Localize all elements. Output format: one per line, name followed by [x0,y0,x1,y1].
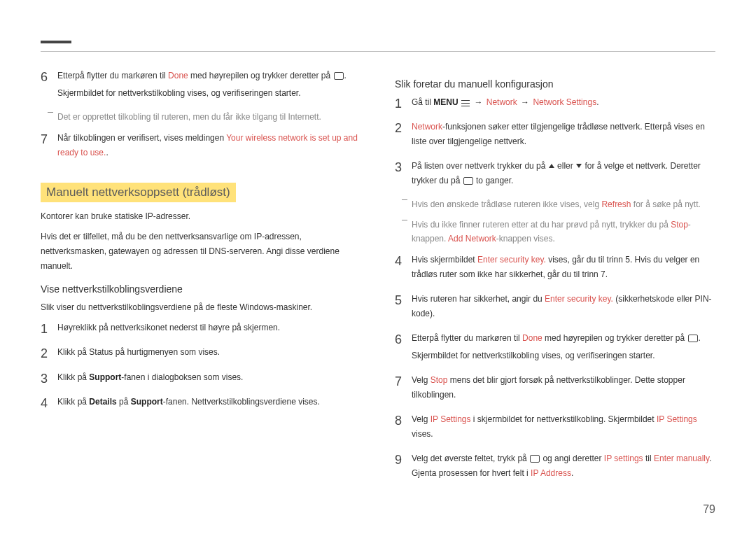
step-number: 6 [395,331,412,366]
numbered-step: 2Network-funksjonen søker etter tilgjeng… [395,120,715,152]
step-line: Velg det øverste feltet, trykk på og ang… [412,451,715,481]
page-content: 6Etterpå flytter du markøren til Done me… [0,0,756,519]
text-run: På listen over nettverk trykker du på [412,161,548,171]
highlight-text: IP Settings [430,414,471,424]
text-run: Etterpå flytter du markøren til [57,71,168,80]
left-column: 6Etterpå flytter du markøren til Done me… [41,69,361,491]
numbered-step: 8Velg IP Settings i skjermbildet for net… [395,412,715,444]
highlight-text: Network Settings [533,97,596,107]
page-number: 79 [703,503,715,516]
step-number: 1 [395,95,412,113]
step-number: 9 [395,451,412,484]
arrow-right-icon: → [474,97,482,107]
step-line: Hvis skjermbildet Enter security key. vi… [412,253,715,282]
highlight-text: IP settings [604,454,643,463]
step-line: Gå til MENU → Network → Network Settings… [412,95,715,110]
step-number: 3 [41,370,57,388]
note-text: Det er opprettet tilkobling til ruteren,… [41,111,361,124]
step-text: Etterpå flytter du markøren til Done med… [57,69,361,104]
step-line: Network-funksjonen søker etter tilgjenge… [412,120,715,149]
step-text: Når tilkoblingen er verifisert, vises me… [57,131,361,163]
section-title: Manuelt nettverksoppsett (trådløst) [41,183,236,202]
header-accent [41,41,71,43]
text-run: Når tilkoblingen er verifisert, vises me… [57,133,226,143]
text-run: med høyrepilen og trykker deretter på [542,333,687,343]
text-run: . [106,148,108,157]
text-run [517,97,519,107]
bold-text: MENU [433,97,458,107]
text-run: Velg [412,414,430,424]
numbered-step: 5Hvis ruteren har sikkerhet, angir du En… [395,292,715,324]
step-line: Når tilkoblingen er verifisert, vises me… [57,131,361,160]
step-line: Etterpå flytter du markøren til Done med… [412,331,715,346]
right-column: Slik foretar du manuell konfigurasjon1Gå… [395,69,715,491]
highlight-text: IP Settings [657,414,697,424]
text-run: -fanen. Nettverkstilkoblingsverdiene vis… [163,397,320,407]
text-run: Hvis den ønskede trådløse ruteren ikke v… [412,199,601,209]
text-run: mens det blir gjort forsøk på nettverkst… [412,375,685,400]
step-number: 4 [395,253,412,285]
text-run: Hvis ruteren har sikkerhet, angir du [412,294,545,304]
numbered-step: 4Klikk på Details på Support-fanen. Nett… [41,395,361,412]
step-text: Etterpå flytter du markøren til Done med… [412,331,715,366]
enter-icon [334,72,344,80]
step-line: Klikk på Status på hurtigmenyen som vise… [57,345,361,360]
numbered-step: 7Velg Stop mens det blir gjort forsøk på… [395,373,715,405]
text-run: -knappen vises. [496,234,555,244]
step-text: Velg IP Settings i skjermbildet for nett… [412,412,715,444]
text-run: Hvis du ikke finner ruteren etter at du … [412,220,671,230]
subsection-title: Slik foretar du manuell konfigurasjon [395,78,715,90]
highlight-text: Network [412,122,442,132]
step-line: Høyreklikk på nettverksikonet nederst ti… [57,321,361,335]
triangle-up-icon [549,164,554,168]
text-run: på [117,397,131,407]
numbered-step: 3Klikk på Support-fanen i dialogboksen s… [41,370,361,388]
text-run: Etterpå flytter du markøren til [412,333,522,343]
arrow-right-icon: → [521,97,529,107]
bold-text: Support [89,372,121,382]
text-run: to ganger. [474,176,514,185]
header-divider [41,51,715,52]
step-text: Network-funksjonen søker etter tilgjenge… [412,120,715,152]
highlight-text: Enter manually [654,454,709,463]
text-run: . [344,71,346,80]
numbered-step: 2Klikk på Status på hurtigmenyen som vis… [41,345,361,363]
text-run: Hvis skjermbildet [412,255,477,265]
text-run: Velg [412,375,430,385]
note-text: Hvis den ønskede trådløse ruteren ikke v… [395,198,715,211]
step-number: 2 [395,120,412,152]
text-run: -funksjonen søker etter tilgjengelige tr… [412,122,705,146]
highlight-text: IP Address [531,468,571,478]
step-number: 1 [41,321,57,338]
highlight-text: Stop [671,220,688,230]
paragraph: Slik viser du nettverkstilkoblingsverdie… [41,300,361,315]
triangle-down-icon [576,164,582,168]
text-run: vises. [412,429,433,439]
step-text: Klikk på Support-fanen i dialogboksen so… [57,370,361,388]
text-run [470,97,472,107]
menu-icon [461,99,470,106]
step-number: 4 [41,395,57,412]
text-run: eller [555,161,575,171]
text-run: Klikk på [57,397,89,407]
text-run: -fanen i dialogboksen som vises. [121,372,243,382]
numbered-step: 7Når tilkoblingen er verifisert, vises m… [41,131,361,163]
highlight-text: Stop [430,375,448,385]
numbered-step: 6Etterpå flytter du markøren til Done me… [41,69,361,104]
subsection-title: Vise nettverkstilkoblingsverdiene [41,283,361,295]
numbered-step: 3På listen over nettverk trykker du på e… [395,159,715,191]
highlight-text: Done [522,333,542,343]
numbered-step: 9Velg det øverste feltet, trykk på og an… [395,451,715,484]
text-run: Gå til [412,97,433,107]
step-text: Gå til MENU → Network → Network Settings… [412,95,715,113]
enter-icon [463,177,473,185]
paragraph: Hvis det er tilfellet, må du be den nett… [41,230,361,274]
text-run [458,97,461,107]
paragraph: Kontorer kan bruke statiske IP-adresser. [41,209,361,224]
text-run: . [699,333,701,343]
step-number: 5 [395,292,412,324]
step-number: 7 [41,131,57,163]
bold-text: Support [131,397,163,407]
text-run: med høyrepilen og trykker deretter på [188,71,333,80]
numbered-step: 4Hvis skjermbildet Enter security key. v… [395,253,715,285]
